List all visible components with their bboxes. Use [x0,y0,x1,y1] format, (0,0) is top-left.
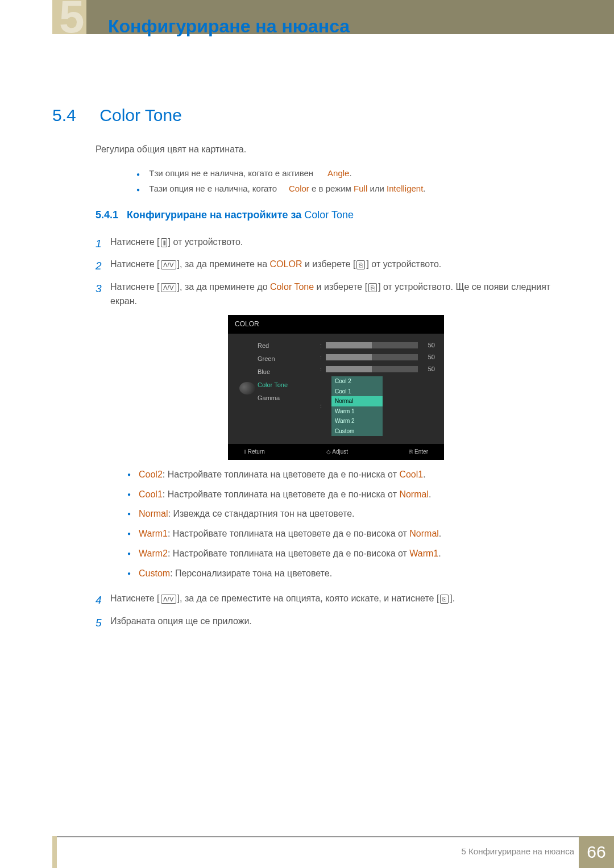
step-body: Натиснете [ᐱ/ᐯ], за да преминете до Colo… [110,280,562,587]
warning-item: ● Тзи опция не е налична, когато е актив… [136,168,426,178]
osd-label: Green [258,352,320,366]
bullet-icon: ● [136,171,140,177]
warning-text: Тази опция не е налична, когато [149,184,279,193]
description-list: ●Cool2: Настройвате топлината на цветове… [127,468,562,581]
osd-option: Warm 1 [331,406,383,417]
section-number: 5.4 [52,106,95,125]
page-number: 66 [579,836,614,868]
highlight: Angle [327,168,349,178]
osd-hint: ⎘ Enter [409,447,428,456]
menu-icon: ⦀ [244,448,246,455]
step-item: 4 Натиснете [ᐱ/ᐯ], за да се преместите н… [96,592,562,608]
desc-ref: Normal [399,489,429,499]
osd-option: Warm 2 [331,416,383,426]
description-item: ●Warm2: Настройвате топлината на цветове… [127,547,562,561]
step-number: 2 [96,258,110,274]
page-footer: 5 Конфигуриране на нюанса 66 [0,836,614,868]
osd-title: COLOR [228,315,444,334]
step-number: 4 [96,592,110,608]
step-body: Натиснете [ᐱ/ᐯ], за да се преместите на … [110,592,562,608]
footer-rule [52,836,614,837]
enter-icon: ⎘ [356,260,365,269]
subsection-title-pre: Конфигуриране на настройките за [127,209,304,221]
step-number: 5 [96,614,110,631]
highlight: Color [289,184,309,193]
desc-key: Warm2 [139,549,168,558]
footer-text: 5 Конфигуриране на нюанса [462,846,574,856]
bullet-icon: ● [127,507,139,521]
diamond-icon: ◇ [326,448,331,455]
section-title: Color Tone [99,106,182,124]
chapter-number: 5 [59,0,85,34]
top-banner: 5 Конфигуриране на нюанса [0,0,614,34]
highlight: Intelligent [387,184,423,193]
warning-text: Тзи опция не е налична, когато е активен [149,168,313,178]
osd-body: Red Green Blue Color Tone Gamma :50 :50 … [228,334,444,444]
updown-icon: ᐱ/ᐯ [161,260,176,269]
step-body: Натиснете [⦀] от устройството. [110,235,562,252]
section-header: 5.4 Color Tone [52,106,182,125]
steps-list: 1 Натиснете [⦀] от устройството. 2 Натис… [96,235,562,637]
osd-option-selected: Normal [331,396,383,406]
palette-icon [239,382,255,394]
osd-values: :50 :50 :50 : Cool 2 Cool 1 Normal Warm … [320,339,435,437]
step-item: 5 Избраната опция ще се приложи. [96,614,562,631]
bullet-icon: ● [127,527,139,541]
highlight: COLOR [270,259,302,269]
slider-bar [326,354,418,360]
bullet-icon: ● [127,488,139,502]
osd-label: Gamma [258,392,320,405]
desc-key: Custom [139,568,170,578]
desc-ref: Normal [409,529,439,538]
desc-ref: Cool1 [399,470,423,479]
bullet-icon: ● [127,547,139,561]
bullet-icon: ● [127,468,139,482]
slider-bar [326,366,418,372]
updown-icon: ᐱ/ᐯ [161,595,176,604]
chapter-title: Конфигуриране на нюанса [108,16,350,37]
osd-screenshot: COLOR Red Green Blue Color Tone Gamma :5… [228,315,444,459]
step-body: Натиснете [ᐱ/ᐯ], за да преминете на COLO… [110,258,562,274]
highlight: Full [354,184,367,193]
desc-key: Cool1 [139,489,163,499]
osd-value: 50 [422,352,435,362]
description-item: ●Custom: Персонализирате тона на цветове… [127,567,562,581]
updown-icon: ᐱ/ᐯ [161,283,176,292]
highlight: Color Tone [270,282,314,292]
desc-key: Cool2 [139,470,163,479]
osd-option: Cool 1 [331,387,383,397]
osd-hint: ◇ Adjust [326,447,348,456]
osd-option: Custom [331,426,383,437]
enter-icon: ⎘ [440,595,449,604]
bullet-icon: ● [127,567,139,581]
step-body: Избраната опция ще се приложи. [110,614,562,631]
step-number: 3 [96,280,110,587]
osd-label: Red [258,339,320,352]
warning-item: ● Тази опция не е налична, когато Color … [136,184,426,193]
desc-key: Normal [139,509,168,518]
bullet-icon: ● [136,186,140,193]
step-item: 1 Натиснете [⦀] от устройството. [96,235,562,252]
menu-icon: ⦀ [161,238,167,247]
step-number: 1 [96,235,110,252]
footer-accent [52,836,57,868]
desc-ref: Warm1 [409,549,438,558]
osd-value: 50 [422,340,435,350]
description-item: ●Cool1: Настройвате топлината на цветове… [127,488,562,502]
osd-option: Cool 2 [331,376,383,387]
description-item: ●Normal: Извежда се стандартния тон на ц… [127,507,562,521]
osd-label: Blue [258,366,320,379]
subsection-title-hl: Color Tone [304,209,354,221]
osd-dropdown: Cool 2 Cool 1 Normal Warm 1 Warm 2 Custo… [331,376,383,436]
step-item: 2 Натиснете [ᐱ/ᐯ], за да преминете на CO… [96,258,562,274]
subsection-number: 5.4.1 [96,209,118,221]
warning-list: ● Тзи опция не е налична, когато е актив… [136,168,426,199]
intro-text: Регулира общия цвят на картината. [96,144,246,155]
description-item: ●Warm1: Настройвате топлината на цветове… [127,527,562,541]
description-item: ●Cool2: Настройвате топлината на цветове… [127,468,562,482]
enter-icon: ⎘ [409,448,413,455]
enter-icon: ⎘ [368,283,377,292]
osd-value: 50 [422,364,435,374]
slider-bar [326,342,418,348]
osd-hint: ⦀ Return [244,447,265,456]
